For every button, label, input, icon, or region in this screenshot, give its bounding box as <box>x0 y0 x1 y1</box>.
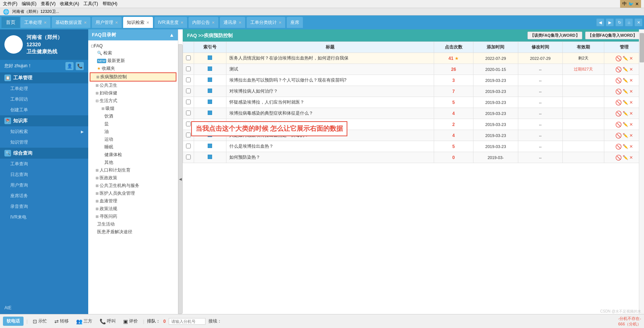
row-title[interactable]: 如何预防染热？ <box>226 152 434 163</box>
faq-tree-item-latest[interactable]: NEW 最新更新 <box>90 57 176 65</box>
faq-tree-item-dispute[interactable]: 医患矛盾解决途径 <box>90 228 176 236</box>
nav-refresh[interactable]: ↻ <box>615 18 623 26</box>
faq-tree-item-salt[interactable]: 盐 <box>90 120 176 128</box>
faq-tree-item-public-health[interactable]: ⊞ 公共卫生 <box>90 82 176 89</box>
menu-file[interactable]: 文件(F) <box>3 1 17 7</box>
bird-icon[interactable]: 🐦 <box>628 1 634 7</box>
table-row[interactable]: 如何预防染热？02019-03--- 🚫 ✏️ ✕ <box>183 152 644 163</box>
section-knowledge-header[interactable]: 📚 知识库 <box>0 115 88 126</box>
tab-knowledge-search[interactable]: 知识检索✕ <box>123 17 153 28</box>
action-edit-icon[interactable]: ✏️ <box>623 100 628 105</box>
action-ban-icon[interactable]: 🚫 <box>615 78 622 83</box>
action-edit-icon[interactable]: ✏️ <box>623 89 628 94</box>
user-settings-icon[interactable]: 📞 <box>76 62 84 70</box>
row-checkbox[interactable] <box>183 53 194 64</box>
row-actions[interactable]: 🚫 ✏️ ✕ <box>604 64 644 75</box>
sidebar-item-query-ivr[interactable]: IVR来电 <box>0 212 88 223</box>
nav-next[interactable]: ▶ <box>606 18 614 26</box>
row-actions[interactable]: 🚫 ✏️ ✕ <box>604 119 644 130</box>
row-title[interactable]: 哪些人埃博拉的感染风险最高？ <box>226 119 434 130</box>
nav-close-btn[interactable]: ✕ <box>634 18 643 26</box>
faq-tree-item-smoking[interactable]: ⊞ 吸烟 <box>90 105 176 112</box>
faq-tree-item-disease-control[interactable]: ⊞ 疾病预防控制 <box>90 72 176 82</box>
tab-user-mgmt[interactable]: 用户管理✕ <box>92 17 122 28</box>
faq-tree-item-lifestyle[interactable]: ⊟ 生活方式 <box>90 97 176 105</box>
menu-edit[interactable]: 编辑(E) <box>22 1 36 7</box>
row-actions[interactable]: 🚫 ✏️ ✕ <box>604 152 644 163</box>
action-del-icon[interactable]: ✕ <box>629 67 633 72</box>
row-checkbox[interactable] <box>183 119 194 130</box>
action-evaluate[interactable]: ▣ 评价 <box>121 317 140 325</box>
table-row[interactable]: 怀疑感染埃博拉，人们应当何时就医？52019-03-23-- 🚫 ✏️ ✕ <box>183 97 644 108</box>
action-del-icon[interactable]: ✕ <box>629 144 633 149</box>
row-actions[interactable]: 🚫 ✏️ ✕ <box>604 86 644 97</box>
action-edit-icon[interactable]: ✏️ <box>623 78 628 83</box>
row-actions[interactable]: 🚫 ✏️ ✕ <box>604 75 644 86</box>
row-title[interactable]: 埃博拉病毒感染的典型症状和体征是什么？ <box>226 108 434 119</box>
sidebar-item-query-seat[interactable]: 座席话务 <box>0 191 88 201</box>
row-title[interactable]: 埃博拉出血热可以预防吗？个人可以做什么？现在有疫苗吗? <box>226 75 434 86</box>
action-edit-icon[interactable]: ✏️ <box>623 144 628 149</box>
action-transfer[interactable]: ⇄ 转移 <box>52 317 71 325</box>
action-del-icon[interactable]: ✕ <box>629 155 633 160</box>
action-edit-icon[interactable]: ✏️ <box>623 67 628 72</box>
table-row[interactable]: 人是如何感染埃博拉出血热这一病毒的？42019-03-23-- 🚫 ✏️ ✕ <box>183 130 644 141</box>
row-checkbox[interactable] <box>183 152 194 163</box>
table-row[interactable]: 测试262020-01-15--过期827天 🚫 ✏️ ✕ <box>183 64 644 75</box>
action-edit-icon[interactable]: ✏️ <box>623 111 628 116</box>
row-actions[interactable]: 🚫 ✏️ ✕ <box>604 97 644 108</box>
sidebar-item-work-order-revisit[interactable]: 工单回访 <box>0 94 88 105</box>
table-row[interactable]: 对埃博拉病人如何治疗？72019-03-23-- 🚫 ✏️ ✕ <box>183 86 644 97</box>
action-busy[interactable]: ⊡ 示忙 <box>31 317 49 325</box>
table-row[interactable]: 埃博拉病毒感染的典型症状和体征是什么？42019-03-23-- 🚫 ✏️ ✕ <box>183 108 644 119</box>
faq-tree-item-health-activity[interactable]: 卫生活动 <box>90 220 176 228</box>
row-actions[interactable]: 🚫 ✏️ ✕ <box>604 130 644 141</box>
faq-tree-item-maternal-health[interactable]: ⊞ 妇幼保健 <box>90 89 176 97</box>
sidebar-item-knowledge-mgmt[interactable]: 知识管理 <box>0 137 88 148</box>
row-title[interactable]: 怀疑感染埃博拉，人们应当何时就医？ <box>226 97 434 108</box>
faq-tree-item-other[interactable]: 其他 <box>90 159 176 166</box>
action-edit-icon[interactable]: ✏️ <box>623 122 628 127</box>
action-del-icon[interactable]: ✕ <box>629 133 633 138</box>
row-title[interactable]: 什么是埃博拉出血热？ <box>226 141 434 152</box>
row-checkbox[interactable] <box>183 108 194 119</box>
sidebar-item-work-order-process[interactable]: 工单处理 <box>0 83 88 94</box>
nav-home-btn[interactable]: ⌂ <box>625 18 633 26</box>
row-checkbox[interactable] <box>183 141 194 152</box>
row-checkbox[interactable] <box>183 86 194 97</box>
tab-ivr[interactable]: IVR满意度✕ <box>154 17 187 28</box>
row-actions[interactable]: 🚫 ✏️ ✕ <box>604 141 644 152</box>
nav-prev[interactable]: ◀ <box>596 18 604 26</box>
faq-tree-item-medical-staff[interactable]: ⊞ 医护人员执业管理 <box>90 190 176 197</box>
action-call[interactable]: 📞 呼叫 <box>97 317 118 325</box>
sidebar-item-query-log[interactable]: 日志查询 <box>0 169 88 180</box>
faq-tree-item-blood[interactable]: ⊞ 血液管理 <box>90 197 176 205</box>
export-this-btn[interactable]: 【该类FAQ集导入WORD】 <box>527 32 582 39</box>
action-three-way[interactable]: 👥 三方 <box>74 317 94 325</box>
tab-stats[interactable]: 工单分类统计✕ <box>247 17 285 28</box>
sidebar-item-query-work-order[interactable]: 工单查询 <box>0 159 88 169</box>
action-edit-icon[interactable]: ✏️ <box>623 155 628 160</box>
table-row[interactable]: 埃博拉出血热可以预防吗？个人可以做什么？现在有疫苗吗?32019-03-23--… <box>183 75 644 86</box>
row-actions[interactable]: 🚫 ✏️ ✕ <box>604 53 644 64</box>
sidebar-item-create-work-order[interactable]: 创建工单 <box>0 105 88 115</box>
action-del-icon[interactable]: ✕ <box>629 56 633 61</box>
softphone-button[interactable]: 软电话 <box>3 317 24 326</box>
faq-tree-item-favorites[interactable]: ★ 收藏夹 <box>90 65 176 72</box>
sidebar-item-query-user[interactable]: 用户查询 <box>0 180 88 191</box>
action-edit-icon[interactable]: ✏️ <box>623 133 628 138</box>
tab-seat[interactable]: 座席 <box>287 17 303 28</box>
faq-tree-item-pub-health-inst[interactable]: ⊞ 公共卫生机构与服务 <box>90 182 176 190</box>
menu-favorites[interactable]: 收藏夹(A) <box>60 1 79 7</box>
table-row[interactable]: 哪些人埃博拉的感染风险最高？22019-03-23-- 🚫 ✏️ ✕ <box>183 119 644 130</box>
lang-label[interactable]: 中 <box>622 1 627 7</box>
ext-input[interactable] <box>169 318 205 325</box>
faq-tree-item-policy[interactable]: ⊞ 政策法规 <box>90 205 176 213</box>
row-title[interactable]: 人是如何感染埃博拉出血热这一病毒的？ <box>226 130 434 141</box>
faq-tree-item-exercise[interactable]: 运动 <box>90 136 176 143</box>
right-scrollbar[interactable] <box>639 29 644 314</box>
faq-tree-collapse[interactable]: ▲ <box>169 32 174 38</box>
faq-tree-item-search[interactable]: 🔍 检索 <box>90 49 176 57</box>
action-ban-icon[interactable]: 🚫 <box>615 155 622 161</box>
faq-tree-item-alcohol[interactable]: 饮酒 <box>90 112 176 120</box>
